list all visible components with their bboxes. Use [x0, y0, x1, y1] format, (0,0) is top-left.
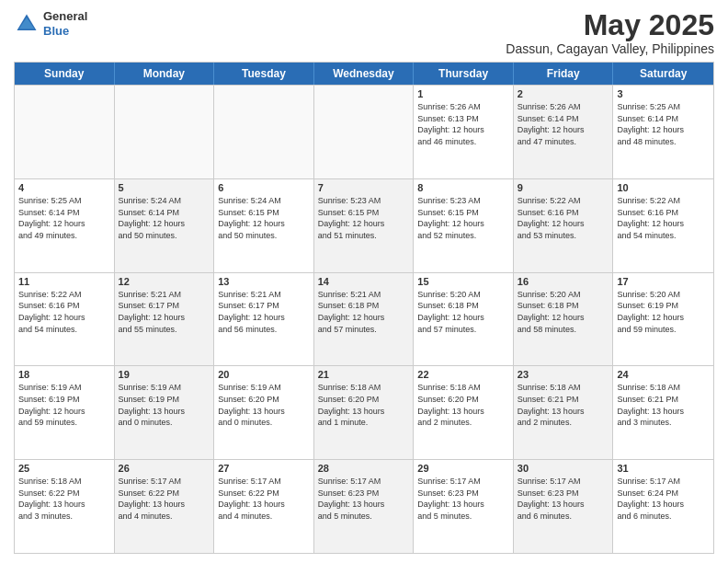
day-info: Sunrise: 5:18 AM Sunset: 6:20 PM Dayligh…: [318, 382, 410, 428]
day-number: 14: [318, 276, 410, 287]
day-info: Sunrise: 5:26 AM Sunset: 6:13 PM Dayligh…: [417, 101, 509, 147]
cal-cell-6: 6Sunrise: 5:24 AM Sunset: 6:15 PM Daylig…: [214, 179, 314, 272]
cal-cell-2: 2Sunrise: 5:26 AM Sunset: 6:14 PM Daylig…: [514, 86, 614, 178]
day-number: 25: [18, 463, 110, 474]
day-number: 3: [617, 88, 710, 99]
cal-cell-25: 25Sunrise: 5:18 AM Sunset: 6:22 PM Dayli…: [15, 460, 115, 553]
day-number: 15: [417, 276, 509, 287]
header-day-saturday: Saturday: [613, 63, 713, 85]
day-info: Sunrise: 5:19 AM Sunset: 6:19 PM Dayligh…: [18, 382, 110, 428]
cal-cell-9: 9Sunrise: 5:22 AM Sunset: 6:16 PM Daylig…: [514, 179, 614, 272]
day-number: 30: [518, 463, 609, 474]
day-number: 12: [119, 276, 210, 287]
calendar: SundayMondayTuesdayWednesdayThursdayFrid…: [14, 62, 714, 554]
main-title: May 2025: [506, 9, 714, 41]
logo-text: General Blue: [43, 9, 87, 38]
day-info: Sunrise: 5:26 AM Sunset: 6:14 PM Dayligh…: [518, 101, 609, 147]
cal-cell-16: 16Sunrise: 5:20 AM Sunset: 6:18 PM Dayli…: [514, 273, 614, 366]
cal-cell-29: 29Sunrise: 5:17 AM Sunset: 6:23 PM Dayli…: [414, 460, 514, 553]
day-info: Sunrise: 5:21 AM Sunset: 6:18 PM Dayligh…: [318, 289, 410, 335]
cal-cell-21: 21Sunrise: 5:18 AM Sunset: 6:20 PM Dayli…: [314, 366, 415, 459]
cal-cell-26: 26Sunrise: 5:17 AM Sunset: 6:22 PM Dayli…: [115, 460, 215, 553]
cal-cell-4: 4Sunrise: 5:25 AM Sunset: 6:14 PM Daylig…: [15, 179, 115, 272]
cal-cell-15: 15Sunrise: 5:20 AM Sunset: 6:18 PM Dayli…: [414, 273, 514, 366]
day-info: Sunrise: 5:18 AM Sunset: 6:21 PM Dayligh…: [617, 382, 710, 428]
calendar-header: SundayMondayTuesdayWednesdayThursdayFrid…: [15, 63, 713, 85]
day-info: Sunrise: 5:23 AM Sunset: 6:15 PM Dayligh…: [318, 195, 410, 241]
day-number: 2: [518, 88, 609, 99]
day-info: Sunrise: 5:19 AM Sunset: 6:19 PM Dayligh…: [119, 382, 210, 428]
day-info: Sunrise: 5:25 AM Sunset: 6:14 PM Dayligh…: [617, 101, 710, 147]
day-info: Sunrise: 5:17 AM Sunset: 6:22 PM Dayligh…: [218, 476, 310, 522]
cal-cell-empty-0-1: [115, 86, 215, 178]
calendar-row-3: 18Sunrise: 5:19 AM Sunset: 6:19 PM Dayli…: [15, 365, 713, 459]
day-info: Sunrise: 5:18 AM Sunset: 6:20 PM Dayligh…: [417, 382, 509, 428]
day-number: 5: [119, 182, 210, 193]
calendar-row-4: 25Sunrise: 5:18 AM Sunset: 6:22 PM Dayli…: [15, 459, 713, 553]
day-number: 10: [617, 182, 710, 193]
cal-cell-3: 3Sunrise: 5:25 AM Sunset: 6:14 PM Daylig…: [613, 86, 713, 178]
cal-cell-10: 10Sunrise: 5:22 AM Sunset: 6:16 PM Dayli…: [613, 179, 713, 272]
day-number: 21: [318, 369, 410, 380]
day-number: 22: [417, 369, 509, 380]
day-number: 18: [18, 369, 110, 380]
day-number: 24: [617, 369, 710, 380]
day-number: 8: [417, 182, 509, 193]
day-info: Sunrise: 5:17 AM Sunset: 6:23 PM Dayligh…: [318, 476, 410, 522]
cal-cell-20: 20Sunrise: 5:19 AM Sunset: 6:20 PM Dayli…: [214, 366, 314, 459]
day-info: Sunrise: 5:22 AM Sunset: 6:16 PM Dayligh…: [18, 289, 110, 335]
day-info: Sunrise: 5:22 AM Sunset: 6:16 PM Dayligh…: [617, 195, 710, 241]
cal-cell-19: 19Sunrise: 5:19 AM Sunset: 6:19 PM Dayli…: [115, 366, 215, 459]
cal-cell-24: 24Sunrise: 5:18 AM Sunset: 6:21 PM Dayli…: [613, 366, 713, 459]
day-number: 27: [218, 463, 310, 474]
header-day-sunday: Sunday: [15, 63, 115, 85]
day-info: Sunrise: 5:20 AM Sunset: 6:19 PM Dayligh…: [617, 289, 710, 335]
day-number: 4: [18, 182, 110, 193]
cal-cell-30: 30Sunrise: 5:17 AM Sunset: 6:23 PM Dayli…: [514, 460, 614, 553]
cal-cell-1: 1Sunrise: 5:26 AM Sunset: 6:13 PM Daylig…: [414, 86, 514, 178]
cal-cell-28: 28Sunrise: 5:17 AM Sunset: 6:23 PM Dayli…: [314, 460, 415, 553]
header: General Blue May 2025 Dassun, Cagayan Va…: [14, 9, 714, 56]
calendar-row-2: 11Sunrise: 5:22 AM Sunset: 6:16 PM Dayli…: [15, 272, 713, 366]
logo: General Blue: [14, 9, 87, 38]
day-number: 31: [617, 463, 710, 474]
day-info: Sunrise: 5:18 AM Sunset: 6:22 PM Dayligh…: [18, 476, 110, 522]
cal-cell-27: 27Sunrise: 5:17 AM Sunset: 6:22 PM Dayli…: [214, 460, 314, 553]
day-info: Sunrise: 5:21 AM Sunset: 6:17 PM Dayligh…: [218, 289, 310, 335]
cal-cell-11: 11Sunrise: 5:22 AM Sunset: 6:16 PM Dayli…: [15, 273, 115, 366]
subtitle: Dassun, Cagayan Valley, Philippines: [506, 41, 714, 56]
day-number: 29: [417, 463, 509, 474]
day-number: 16: [518, 276, 609, 287]
day-info: Sunrise: 5:17 AM Sunset: 6:23 PM Dayligh…: [417, 476, 509, 522]
day-info: Sunrise: 5:20 AM Sunset: 6:18 PM Dayligh…: [518, 289, 609, 335]
cal-cell-empty-0-0: [15, 86, 115, 178]
logo-icon: [14, 11, 40, 37]
cal-cell-13: 13Sunrise: 5:21 AM Sunset: 6:17 PM Dayli…: [214, 273, 314, 366]
cal-cell-7: 7Sunrise: 5:23 AM Sunset: 6:15 PM Daylig…: [314, 179, 415, 272]
day-info: Sunrise: 5:23 AM Sunset: 6:15 PM Dayligh…: [417, 195, 509, 241]
day-number: 9: [518, 182, 609, 193]
calendar-row-1: 4Sunrise: 5:25 AM Sunset: 6:14 PM Daylig…: [15, 178, 713, 272]
calendar-row-0: 1Sunrise: 5:26 AM Sunset: 6:13 PM Daylig…: [15, 85, 713, 178]
title-section: May 2025 Dassun, Cagayan Valley, Philipp…: [506, 9, 714, 56]
day-info: Sunrise: 5:17 AM Sunset: 6:22 PM Dayligh…: [119, 476, 210, 522]
cal-cell-22: 22Sunrise: 5:18 AM Sunset: 6:20 PM Dayli…: [414, 366, 514, 459]
day-number: 6: [218, 182, 310, 193]
day-info: Sunrise: 5:24 AM Sunset: 6:14 PM Dayligh…: [119, 195, 210, 241]
day-number: 1: [417, 88, 509, 99]
day-number: 28: [318, 463, 410, 474]
cal-cell-empty-0-2: [214, 86, 314, 178]
day-info: Sunrise: 5:21 AM Sunset: 6:17 PM Dayligh…: [119, 289, 210, 335]
day-info: Sunrise: 5:18 AM Sunset: 6:21 PM Dayligh…: [518, 382, 609, 428]
day-number: 19: [119, 369, 210, 380]
cal-cell-17: 17Sunrise: 5:20 AM Sunset: 6:19 PM Dayli…: [613, 273, 713, 366]
day-number: 17: [617, 276, 710, 287]
cal-cell-23: 23Sunrise: 5:18 AM Sunset: 6:21 PM Dayli…: [514, 366, 614, 459]
day-info: Sunrise: 5:17 AM Sunset: 6:24 PM Dayligh…: [617, 476, 710, 522]
header-day-wednesday: Wednesday: [314, 63, 415, 85]
day-info: Sunrise: 5:19 AM Sunset: 6:20 PM Dayligh…: [218, 382, 310, 428]
day-number: 13: [218, 276, 310, 287]
page: General Blue May 2025 Dassun, Cagayan Va…: [0, 0, 728, 563]
cal-cell-14: 14Sunrise: 5:21 AM Sunset: 6:18 PM Dayli…: [314, 273, 415, 366]
day-number: 26: [119, 463, 210, 474]
